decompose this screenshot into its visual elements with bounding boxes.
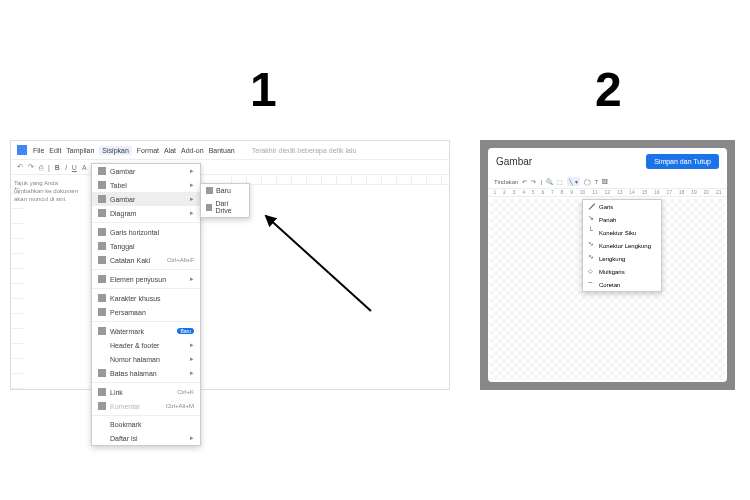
comment-icon [98,402,106,410]
footnote-icon [98,256,106,264]
image-icon [98,167,106,175]
line-type-dropdown: GarisPanahKonektor SikuKonektor Lengkung… [582,199,662,292]
insert-item-batas-halaman[interactable]: Batas halaman▸ [92,366,200,380]
drawing-dialog: Gambar Simpan dan Tutup Tindakan ↶ ↷ | 🔍… [488,148,727,382]
select-icon[interactable]: ⬚ [557,178,563,185]
chevron-right-icon: ▸ [190,209,194,217]
chevron-right-icon: ▸ [190,434,194,442]
annotation-arrow [261,211,381,321]
chart-icon [98,209,106,217]
new-badge: Baru [177,328,194,334]
pi-icon [98,308,106,316]
drive-icon [206,204,212,211]
insert-item-watermark[interactable]: WatermarkBaru [92,324,200,338]
insert-item-diagram[interactable]: Diagram▸ [92,206,200,220]
insert-item-karakter-khusus[interactable]: Karakter khusus [92,291,200,305]
drawing-dialog-panel: Gambar Simpan dan Tutup Tindakan ↶ ↷ | 🔍… [480,140,735,390]
line-ic-line-icon [588,203,595,210]
line-ic-cur-icon [588,255,595,262]
line-ic-elb-icon [588,229,595,236]
break-icon [98,369,106,377]
italic-icon[interactable]: I [65,164,67,171]
insert-dropdown: Gambar▸Tabel▸Gambar▸Diagram▸Garis horizo… [91,163,201,446]
line-tool-button[interactable]: ╲ ▾ [567,177,580,186]
plus-icon [206,187,213,194]
shape-icon[interactable]: ◯ [584,178,591,185]
save-close-button[interactable]: Simpan dan Tutup [646,154,719,169]
chevron-right-icon: ▸ [190,355,194,363]
docs-logo-icon [17,145,27,155]
menu-edit[interactable]: Edit [49,147,61,154]
insert-item-nomor-halaman[interactable]: Nomor halaman▸ [92,352,200,366]
insert-item-catatan-kaki[interactable]: Catatan KakiCtrl+Alt+F [92,253,200,267]
underline-icon[interactable]: U [72,164,77,171]
menu-file[interactable]: File [33,147,44,154]
insert-item-garis-horizontal[interactable]: Garis horizontal [92,225,200,239]
drawing-submenu: BaruDari Drive [200,183,250,218]
link-icon [98,388,106,396]
docs-editor-panel: FileEditTampilanSisipkanFormatAlatAdd-on… [10,140,450,390]
redo-icon[interactable]: ↷ [28,163,34,171]
menu-tampilan[interactable]: Tampilan [66,147,94,154]
outline-hint: Tajuk yang Anda tambahkan ke dokumen aka… [11,177,91,227]
line-option-multigaris[interactable]: Multigaris [583,265,661,278]
chevron-right-icon: ▸ [190,369,194,377]
image-icon[interactable]: 🖼 [602,179,608,185]
line-option-panah[interactable]: Panah [583,213,661,226]
chevron-right-icon: ▸ [190,181,194,189]
table-icon [98,181,106,189]
format-toolbar: ↶ ↷ ⎙ | B I U A | ≡ ≡ ⋮≡ [11,160,449,175]
insert-item-elemen-penyusun[interactable]: Elemen penyusun▸ [92,272,200,286]
chevron-right-icon: ▸ [190,275,194,283]
menu-alat[interactable]: Alat [164,147,176,154]
redo-icon[interactable]: ↷ [531,178,536,185]
line-option-lengkung[interactable]: Lengkung [583,252,661,265]
insert-item-gambar[interactable]: Gambar▸ [92,192,200,206]
menu-sisipkan[interactable]: Sisipkan [99,146,131,155]
text-color-icon[interactable]: A [82,164,87,171]
omega-icon [98,294,106,302]
insert-item-komentar: KomentarCtrl+Alt+M [92,399,200,413]
svg-line-0 [266,216,371,311]
drawing-icon [98,195,106,203]
bold-icon[interactable]: B [55,164,60,171]
drawing-canvas[interactable]: GarisPanahKonektor SikuKonektor Lengkung… [490,199,725,380]
print-icon[interactable]: ⎙ [39,164,43,171]
line-ic-scr-icon [588,281,595,288]
drawing-toolbar: Tindakan ↶ ↷ | 🔍 ⬚ ╲ ▾ ◯ T 🖼 [488,175,727,189]
menu-format[interactable]: Format [137,147,159,154]
insert-item-gambar[interactable]: Gambar▸ [92,164,200,178]
insert-item-tabel[interactable]: Tabel▸ [92,178,200,192]
undo-icon[interactable]: ↶ [17,163,23,171]
line-ic-cur-icon [588,242,595,249]
chevron-right-icon: ▸ [190,341,194,349]
menu-add-on[interactable]: Add-on [181,147,204,154]
line-ic-arr-icon [588,216,595,223]
text-icon[interactable]: T [595,179,599,185]
line-option-konektor-lengkung[interactable]: Konektor Lengkung [583,239,661,252]
insert-item-persamaan[interactable]: Persamaan [92,305,200,319]
zoom-icon[interactable]: 🔍 [546,178,553,185]
date-icon [98,242,106,250]
chevron-right-icon: ▸ [190,167,194,175]
line-option-konektor-siku[interactable]: Konektor Siku [583,226,661,239]
canvas-ruler: 123456789101112131415161718192021 [488,189,727,197]
insert-item-daftar-isi[interactable]: Daftar isi▸ [92,431,200,445]
menu-bantuan[interactable]: Bantuan [209,147,235,154]
watermark-icon [98,327,106,335]
blocks-icon [98,275,106,283]
dialog-title: Gambar [496,156,532,167]
insert-item-bookmark[interactable]: Bookmark [92,418,200,431]
submenu-item-dari-drive[interactable]: Dari Drive [201,197,249,217]
submenu-item-baru[interactable]: Baru [201,184,249,197]
insert-item-tanggal[interactable]: Tanggal [92,239,200,253]
line-option-garis[interactable]: Garis [583,200,661,213]
insert-item-header-&-footer[interactable]: Header & footer▸ [92,338,200,352]
line-option-coretan[interactable]: Coretan [583,278,661,291]
actions-menu[interactable]: Tindakan [494,179,518,185]
menu-bar: FileEditTampilanSisipkanFormatAlatAdd-on… [11,141,449,160]
step-label-1: 1 [250,62,277,117]
line-ic-pol-icon [588,268,595,275]
insert-item-link[interactable]: LinkCtrl+K [92,385,200,399]
undo-icon[interactable]: ↶ [522,178,527,185]
